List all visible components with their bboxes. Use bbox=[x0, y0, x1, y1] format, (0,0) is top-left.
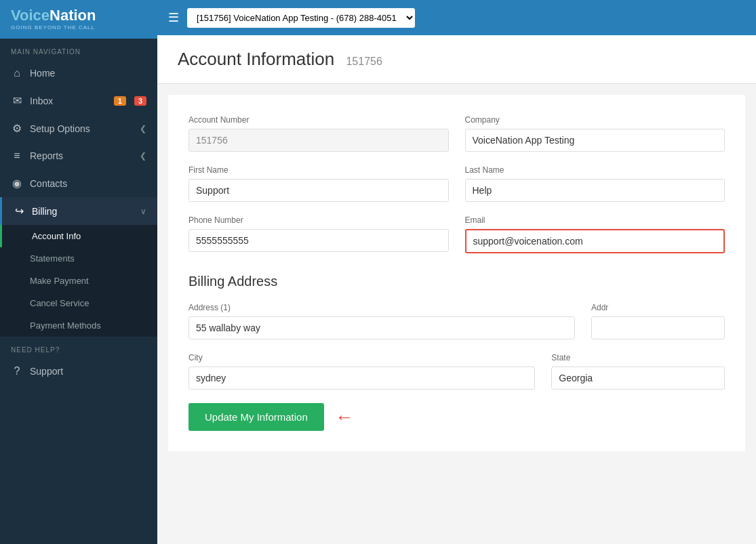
need-help-label: NEED HELP? bbox=[0, 337, 157, 358]
sidebar-item-label: Contacts bbox=[30, 178, 146, 189]
billing-address-title: Billing Address bbox=[188, 267, 725, 289]
row-phone-email: Phone Number Email bbox=[188, 215, 725, 253]
sidebar-item-cancel-service[interactable]: Cancel Service bbox=[0, 292, 157, 314]
field-email: Email bbox=[465, 215, 725, 253]
row-account-company: Account Number Company bbox=[188, 115, 725, 152]
support-icon: ? bbox=[11, 365, 23, 377]
account-selector[interactable]: [151756] VoiceNation App Testing - (678)… bbox=[187, 8, 415, 28]
sidebar-item-billing[interactable]: ↪ Billing ∨ bbox=[0, 197, 157, 225]
sidebar-item-label: Reports bbox=[30, 150, 133, 161]
update-my-information-button[interactable]: Update My Information bbox=[188, 403, 324, 431]
main-content: ☰ [151756] VoiceNation App Testing - (67… bbox=[157, 0, 756, 544]
sidebar: VoiceNation GOING BEYOND THE CALL MAIN N… bbox=[0, 0, 157, 544]
city-label: City bbox=[188, 353, 535, 362]
field-account-number: Account Number bbox=[188, 115, 449, 152]
last-name-input[interactable] bbox=[465, 179, 725, 202]
sidebar-item-statements[interactable]: Statements bbox=[0, 247, 157, 270]
field-company: Company bbox=[465, 115, 725, 152]
page-content: Account Information 151756 Account Numbe… bbox=[157, 35, 756, 544]
account-number-input[interactable] bbox=[188, 129, 449, 152]
inbox-badge-red: 3 bbox=[134, 96, 146, 106]
sidebar-item-contacts[interactable]: ◉ Contacts bbox=[0, 169, 157, 197]
sidebar-item-label: Home bbox=[30, 68, 146, 79]
row-city-state: City State bbox=[188, 353, 725, 390]
logo-area: VoiceNation GOING BEYOND THE CALL bbox=[0, 0, 157, 39]
first-name-label: First Name bbox=[188, 165, 449, 175]
reports-icon: ≡ bbox=[11, 150, 23, 162]
logo-tagline: GOING BEYOND THE CALL bbox=[11, 24, 96, 30]
first-name-input[interactable] bbox=[188, 179, 449, 202]
form-container: Account Number Company First Name Last N… bbox=[168, 95, 745, 451]
billing-icon: ↪ bbox=[13, 205, 25, 217]
inbox-icon: ✉ bbox=[11, 94, 23, 107]
phone-input[interactable] bbox=[188, 229, 449, 252]
field-address2: Addr bbox=[591, 303, 725, 339]
state-input[interactable] bbox=[551, 367, 725, 390]
account-number-label: Account Number bbox=[188, 115, 449, 125]
sidebar-item-setup-options[interactable]: ⚙ Setup Options ❮ bbox=[0, 114, 157, 142]
company-input[interactable] bbox=[465, 129, 725, 152]
top-header: ☰ [151756] VoiceNation App Testing - (67… bbox=[157, 0, 756, 35]
field-city: City bbox=[188, 353, 535, 390]
email-label: Email bbox=[465, 215, 725, 225]
field-state: State bbox=[551, 353, 725, 390]
arrow-indicator-icon: ← bbox=[335, 406, 354, 428]
submit-row: Update My Information ← bbox=[188, 403, 725, 431]
sidebar-item-support[interactable]: ? Support bbox=[0, 358, 157, 385]
chevron-right-icon: ❮ bbox=[140, 151, 146, 161]
row-name: First Name Last Name bbox=[188, 165, 725, 202]
last-name-label: Last Name bbox=[465, 165, 725, 175]
inbox-badge-orange: 1 bbox=[114, 96, 126, 106]
chevron-right-icon: ❮ bbox=[140, 124, 146, 133]
sidebar-item-label: Billing bbox=[32, 206, 134, 217]
setup-icon: ⚙ bbox=[11, 122, 23, 135]
field-last-name: Last Name bbox=[465, 165, 725, 202]
chevron-down-icon: ∨ bbox=[140, 207, 146, 216]
sidebar-item-make-payment[interactable]: Make Payment bbox=[0, 270, 157, 292]
account-id: 151756 bbox=[346, 56, 382, 67]
contacts-icon: ◉ bbox=[11, 177, 23, 190]
sidebar-item-payment-methods[interactable]: Payment Methods bbox=[0, 314, 157, 337]
field-phone: Phone Number bbox=[188, 215, 449, 253]
sidebar-item-label: Setup Options bbox=[30, 123, 133, 134]
sidebar-item-reports[interactable]: ≡ Reports ❮ bbox=[0, 142, 157, 169]
sidebar-item-account-info[interactable]: Account Info bbox=[0, 225, 157, 247]
home-icon: ⌂ bbox=[11, 67, 23, 79]
company-label: Company bbox=[465, 115, 725, 125]
logo-text: VoiceNation bbox=[11, 8, 96, 23]
address2-input[interactable] bbox=[591, 316, 725, 339]
city-input[interactable] bbox=[188, 367, 535, 390]
sidebar-item-home[interactable]: ⌂ Home bbox=[0, 60, 157, 87]
field-address1: Address (1) bbox=[188, 303, 575, 339]
row-address: Address (1) Addr bbox=[188, 303, 725, 339]
address1-input[interactable] bbox=[188, 316, 575, 339]
sidebar-item-label: Inbox bbox=[30, 96, 106, 106]
field-first-name: First Name bbox=[188, 165, 449, 202]
page-header: Account Information 151756 bbox=[157, 35, 756, 84]
state-label: State bbox=[551, 353, 725, 362]
hamburger-icon[interactable]: ☰ bbox=[168, 10, 179, 25]
page-title: Account Information 151756 bbox=[178, 49, 736, 70]
phone-label: Phone Number bbox=[188, 215, 449, 225]
address1-label: Address (1) bbox=[188, 303, 575, 312]
email-input[interactable] bbox=[465, 229, 725, 253]
sidebar-item-label: Support bbox=[30, 366, 146, 377]
billing-subnav: Account Info Statements Make Payment Can… bbox=[0, 225, 157, 337]
main-nav-label: MAIN NAVIGATION bbox=[0, 39, 157, 60]
sidebar-item-inbox[interactable]: ✉ Inbox 1 3 bbox=[0, 87, 157, 114]
address2-label: Addr bbox=[591, 303, 725, 312]
